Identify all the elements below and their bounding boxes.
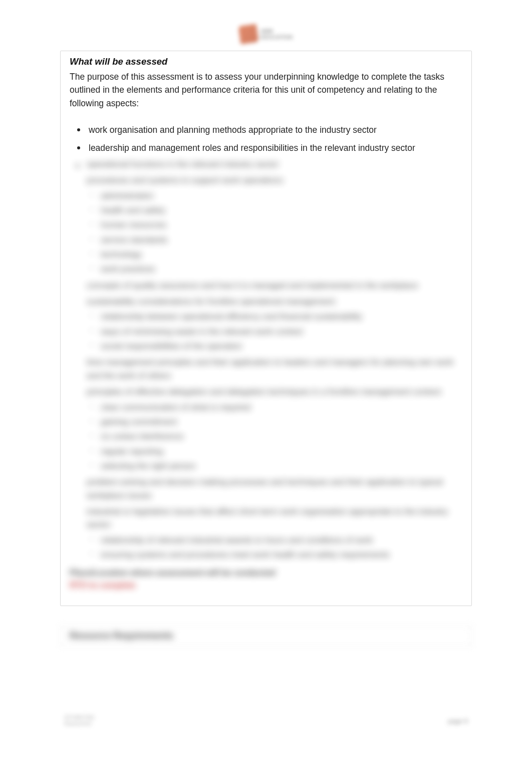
- sub-list: clear communication of what is required …: [87, 401, 462, 473]
- blurred-list: operational functions in the relevant in…: [70, 158, 462, 561]
- sub-list-item: technology: [101, 248, 462, 261]
- content-frame: What will be assessed The purpose of thi…: [60, 51, 472, 606]
- sub-list-item: gaining commitment: [101, 416, 462, 429]
- sub-list-item: no undue interference: [101, 430, 462, 443]
- footer-left: SITXMGT001 Assessment: [64, 715, 95, 727]
- sub-list-item: human resources: [101, 219, 462, 232]
- sub-list-item: clear communication of what is required: [101, 401, 462, 414]
- final-red-line: RTO to complete: [70, 579, 462, 592]
- list-item: time management principles and their app…: [87, 356, 462, 382]
- list-item-text: sustainability considerations for frontl…: [87, 297, 337, 306]
- logo: ABM EDUCATION: [239, 25, 293, 43]
- list-item: principles of effective delegation and d…: [87, 385, 462, 473]
- list-item: leadership and management roles and resp…: [87, 140, 462, 155]
- intro-paragraph: The purpose of this assessment is to ass…: [70, 70, 462, 110]
- logo-line-1: ABM: [260, 28, 293, 34]
- sub-list-item: health and safety: [101, 204, 462, 217]
- section-heading: What will be assessed: [70, 56, 462, 67]
- sub-list-item: work practices: [101, 263, 462, 276]
- list-item: industrial or legislative issues that af…: [87, 505, 462, 561]
- content-inner: What will be assessed The purpose of thi…: [61, 51, 471, 606]
- list-item: problem-solving and decision making proc…: [87, 476, 462, 502]
- sub-list-item: relationship between operational efficie…: [101, 310, 462, 323]
- section-title: Resource Requirements: [70, 631, 462, 641]
- blurred-content: operational functions in the relevant in…: [70, 158, 462, 561]
- list-item: sustainability considerations for frontl…: [87, 295, 462, 353]
- list-item: work organisation and planning methods a…: [87, 122, 462, 137]
- sub-list-item: ensuring systems and procedures meet wor…: [101, 548, 462, 561]
- sub-list: administration health and safety human r…: [87, 189, 462, 276]
- list-item: concepts of quality assurance and how it…: [87, 279, 462, 292]
- final-lines: Place/Location where assessment will be …: [70, 566, 462, 592]
- final-bold-line: Place/Location where assessment will be …: [70, 566, 462, 579]
- sub-list-item: social responsibilities of the operation: [101, 340, 462, 353]
- logo-line-2: EDUCATION: [260, 34, 293, 40]
- list-item: procedures and systems to support work o…: [87, 174, 462, 276]
- footer-label: Assessment: [64, 721, 95, 727]
- footer-code: SITXMGT001: [64, 715, 95, 721]
- page-footer: SITXMGT001 Assessment page 9: [0, 715, 532, 727]
- logo-text: ABM EDUCATION: [260, 28, 293, 40]
- sub-list: relationship between operational efficie…: [87, 310, 462, 353]
- sub-list-item: relationship of relevant industrial awar…: [101, 534, 462, 547]
- list-item-text: procedures and systems to support work o…: [87, 175, 285, 185]
- sub-list: relationship of relevant industrial awar…: [87, 534, 462, 562]
- section-title-row: Resource Requirements: [60, 625, 472, 647]
- list-item-text: principles of effective delegation and d…: [87, 387, 442, 397]
- footer-page-number: page 9: [448, 717, 468, 725]
- sub-list-item: selecting the right person: [101, 460, 462, 473]
- assessment-list: work organisation and planning methods a…: [70, 122, 462, 155]
- logo-mark-icon: [238, 24, 258, 45]
- list-item: operational functions in the relevant in…: [87, 158, 462, 171]
- document-page: ABM EDUCATION What will be assessed The …: [0, 0, 532, 780]
- sub-list-item: ways of minimising waste in the relevant…: [101, 325, 462, 338]
- header-logo-area: ABM EDUCATION: [0, 25, 532, 43]
- sub-list-item: administration: [101, 189, 462, 203]
- sub-list-item: service standards: [101, 234, 462, 247]
- list-item-text: industrial or legislative issues that af…: [87, 507, 448, 529]
- sub-list-item: regular reporting: [101, 445, 462, 458]
